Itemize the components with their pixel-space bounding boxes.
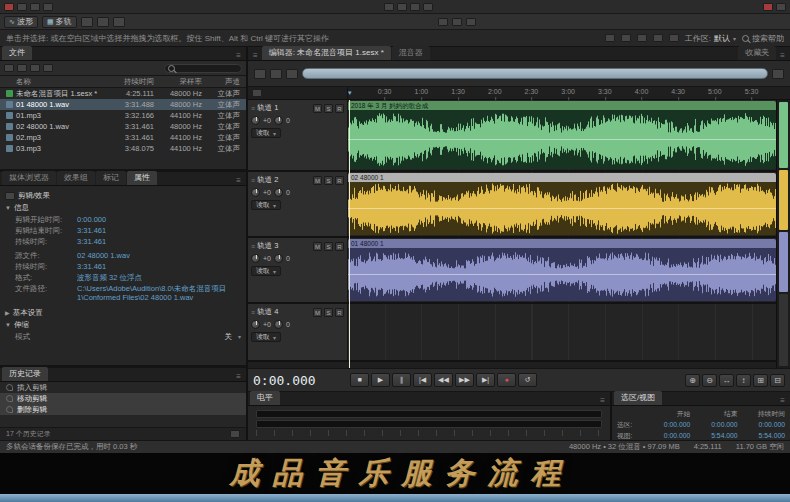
marquee-tool-icon[interactable] — [669, 34, 679, 42]
panel-menu-icon[interactable]: ≡ — [597, 396, 608, 405]
close-file-icon[interactable] — [43, 64, 53, 72]
tab-selection-view[interactable]: 选区/视图 — [614, 391, 662, 405]
toolbar-icon[interactable] — [43, 3, 53, 11]
file-row[interactable]: 02 48000 1.wav 3:31.461 48000 Hz 立体声 — [0, 121, 246, 132]
tab-levels[interactable]: 电平 — [250, 391, 280, 405]
audio-clip[interactable]: 2018 年 3 月 妈妈的歌合成 — [348, 101, 776, 169]
toolbar-icon[interactable] — [410, 3, 420, 11]
zoom-in-icon[interactable]: ⊕ — [685, 374, 700, 387]
record-arm-button[interactable]: R — [335, 104, 344, 113]
panel-menu-icon[interactable]: ≡ — [233, 176, 244, 185]
waveform-view-button[interactable]: ∿ 波形 — [4, 16, 38, 28]
panel-menu-icon[interactable]: ≡ — [233, 51, 244, 60]
volume-knob[interactable] — [251, 188, 260, 197]
basic-settings-header[interactable]: ▶ 基本设置 — [5, 308, 241, 318]
volume-knob[interactable] — [251, 320, 260, 329]
move-tool-icon[interactable] — [605, 34, 615, 42]
track-lane[interactable] — [348, 304, 776, 360]
zoom-selection-out-icon[interactable]: ⊟ — [770, 374, 785, 387]
timeline-navigator-bar[interactable] — [302, 68, 768, 79]
track-lane[interactable]: 2018 年 3 月 妈妈的歌合成 — [348, 100, 776, 170]
volume-knob[interactable] — [251, 254, 260, 263]
playhead-marker-icon[interactable]: ▾ — [348, 89, 352, 97]
ruler-options-icon[interactable] — [252, 89, 262, 97]
toolbar-icon[interactable] — [776, 3, 786, 11]
history-item[interactable]: 删除剪辑 — [0, 404, 246, 415]
sync-status-icon[interactable] — [763, 3, 773, 11]
file-row[interactable]: 未命名混音项目 1.sesx * 4:25.111 48000 Hz 立体声 — [0, 88, 246, 99]
panel-menu-icon[interactable]: ≡ — [777, 396, 788, 405]
files-search-input[interactable] — [164, 64, 242, 73]
import-file-icon[interactable] — [97, 17, 109, 27]
toolbar-icon[interactable] — [17, 3, 27, 11]
stretch-header[interactable]: ▼ 伸缩 — [5, 320, 241, 330]
pan-knob[interactable] — [274, 188, 283, 197]
tab-history[interactable]: 历史记录 — [2, 367, 48, 381]
info-section-header[interactable]: ▼ 信息 — [5, 203, 241, 213]
tab-favorites[interactable]: 收藏夹 — [738, 46, 776, 60]
toolbar-icon[interactable] — [423, 3, 433, 11]
track-menu-icon[interactable]: ≡ — [251, 243, 255, 250]
record-arm-button[interactable]: R — [335, 242, 344, 251]
mute-button[interactable]: M — [313, 242, 322, 251]
history-item[interactable]: 移动剪辑 — [0, 393, 246, 404]
time-selection-tool-icon[interactable] — [653, 34, 663, 42]
timeline-ruler[interactable]: ▾ 0:30 1:00 1:30 2:00 2:30 3:00 3:30 4:0… — [248, 87, 790, 100]
files-column-headers[interactable]: 名称 持续时间 采样率 声道 — [0, 76, 246, 88]
track-name[interactable]: 轨道 4 — [257, 307, 311, 317]
track-menu-icon[interactable]: ≡ — [251, 309, 255, 316]
pan-knob[interactable] — [274, 320, 283, 329]
track-lane[interactable]: 01 48000 1 — [348, 238, 776, 302]
zoom-selection-in-icon[interactable]: ⊞ — [753, 374, 768, 387]
multitrack-view-button[interactable]: ▦ 多轨 — [42, 16, 77, 28]
track-name[interactable]: 轨道 1 — [257, 103, 311, 113]
track-lane[interactable]: 02 48000 1 — [348, 172, 776, 236]
razor-tool-icon[interactable] — [621, 34, 631, 42]
workspace-switcher[interactable]: 工作区: 默认 ▾ — [685, 33, 736, 44]
mute-button[interactable]: M — [313, 176, 322, 185]
file-row[interactable]: 02.mp3 3:31.461 44100 Hz 立体声 — [0, 132, 246, 143]
mute-button[interactable]: M — [313, 308, 322, 317]
new-file-icon[interactable] — [17, 64, 27, 72]
record-button[interactable]: ● — [497, 373, 516, 387]
solo-button[interactable]: S — [324, 308, 333, 317]
track-header[interactable]: ≡ 轨道 1 M S R +0 0 — [248, 100, 348, 170]
pan-knob[interactable] — [274, 116, 283, 125]
volume-knob[interactable] — [251, 116, 260, 125]
snap-icon[interactable] — [254, 69, 266, 79]
file-row[interactable]: 01.mp3 3:32.166 44100 Hz 立体声 — [0, 110, 246, 121]
search-help[interactable]: 搜索帮助 — [742, 33, 784, 44]
track-menu-icon[interactable]: ≡ — [251, 177, 255, 184]
mixdown-icon[interactable] — [286, 69, 298, 79]
slip-tool-icon[interactable] — [637, 34, 647, 42]
audio-clip[interactable]: 01 48000 1 — [348, 239, 776, 301]
zoom-horizontal-icon[interactable]: ↔ — [719, 374, 734, 387]
automation-mode-dropdown[interactable]: 读取 ▾ — [251, 266, 281, 276]
mute-button[interactable]: M — [313, 104, 322, 113]
vertical-scrollbar[interactable] — [776, 100, 790, 368]
settings-icon[interactable] — [772, 69, 784, 79]
record-arm-button[interactable]: R — [335, 308, 344, 317]
track-header[interactable]: ≡ 轨道 2 M S R +0 0 — [248, 172, 348, 236]
solo-button[interactable]: S — [324, 242, 333, 251]
toolbar-icon[interactable] — [466, 18, 476, 26]
trash-icon[interactable] — [230, 430, 240, 438]
skip-back-button[interactable]: |◀ — [413, 373, 432, 387]
scrollbar-thumb[interactable] — [779, 294, 788, 366]
track-header[interactable]: ≡ 轨道 4 M S R +0 0 — [248, 304, 348, 360]
skip-end-button[interactable]: ▶| — [476, 373, 495, 387]
audio-clip[interactable]: 02 48000 1 — [348, 173, 776, 235]
record-arm-button[interactable]: R — [335, 176, 344, 185]
panel-group-icon[interactable]: ≡ — [250, 51, 261, 60]
tab-editor[interactable]: 编辑器: 未命名混音项目 1.sesx * — [262, 46, 391, 60]
toolbar-icon[interactable] — [438, 18, 448, 26]
automation-mode-dropdown[interactable]: 读取 ▾ — [251, 200, 281, 210]
track-name[interactable]: 轨道 3 — [257, 241, 311, 251]
play-button[interactable]: ▶ — [371, 373, 390, 387]
loop-button[interactable]: ↺ — [518, 373, 537, 387]
track-menu-icon[interactable]: ≡ — [251, 105, 255, 112]
playhead-line[interactable] — [349, 100, 350, 368]
pause-button[interactable]: ∥ — [392, 373, 411, 387]
toolbar-icon[interactable] — [397, 3, 407, 11]
insert-into-multitrack-icon[interactable] — [30, 64, 40, 72]
